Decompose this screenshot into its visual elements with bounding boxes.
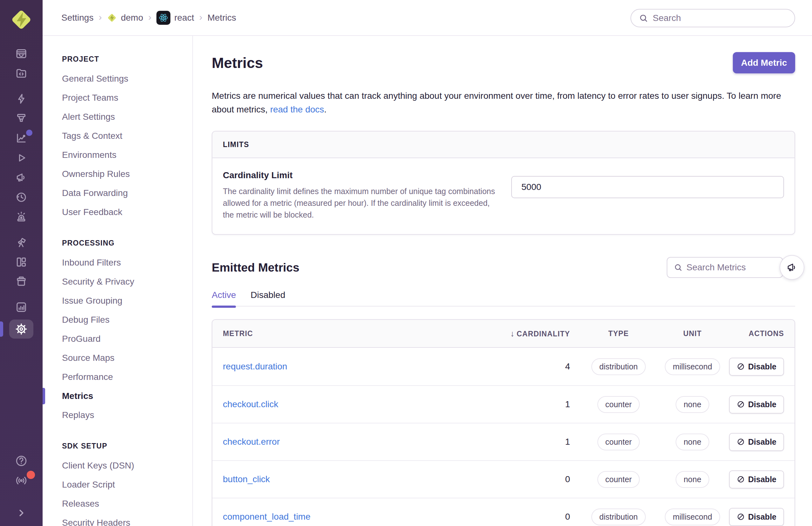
sort-desc-icon: ↓: [510, 329, 515, 338]
sidebar-item-replays[interactable]: [0, 151, 43, 165]
table-row: checkout.click 1 counter none Disable: [212, 385, 795, 423]
breadcrumb-settings[interactable]: Settings: [61, 13, 93, 23]
sidebar-item-feedback[interactable]: [0, 170, 43, 185]
nav-item-security-privacy[interactable]: Security & Privacy: [43, 272, 192, 291]
metric-search-input[interactable]: [686, 262, 776, 272]
breadcrumb-platform[interactable]: react: [156, 11, 194, 25]
broadcast-icon: [15, 474, 28, 487]
unit-badge: none: [676, 471, 709, 488]
sidebar-item-issues[interactable]: [0, 46, 43, 61]
chevron-separator-icon: ›: [199, 12, 202, 22]
metric-name-link[interactable]: request.duration: [223, 361, 287, 371]
nav-item-user-feedback[interactable]: User Feedback: [43, 202, 192, 222]
feedback-button[interactable]: [780, 255, 804, 280]
sidebar-item-funnel[interactable]: [0, 111, 43, 126]
nav-item-environments[interactable]: Environments: [43, 146, 192, 165]
disable-button[interactable]: Disable: [729, 508, 784, 526]
sidebar-item-stats[interactable]: [0, 300, 43, 314]
settings-gear-active-bg: [9, 319, 33, 339]
sidebar-item-discover[interactable]: [0, 131, 43, 146]
sidebar-item-projects[interactable]: [0, 66, 43, 81]
disable-button-label: Disable: [748, 437, 777, 447]
sidebar-item-crons[interactable]: [0, 190, 43, 205]
block-icon: [737, 438, 745, 446]
cardinality-value: 0: [478, 474, 576, 484]
nav-item-general-settings[interactable]: General Settings: [43, 69, 192, 88]
main-content: Metrics Add Metric Metrics are numerical…: [194, 36, 812, 526]
metric-search[interactable]: [667, 257, 783, 278]
notification-dot-red: [27, 471, 35, 479]
nav-item-metrics[interactable]: Metrics: [43, 387, 192, 406]
clock-history-icon: [15, 191, 27, 203]
megaphone-icon: [786, 262, 798, 273]
disable-button-label: Disable: [748, 400, 777, 409]
col-header-cardinality[interactable]: ↓CARDINALITY: [478, 329, 576, 339]
block-icon: [737, 400, 745, 408]
col-header-type: TYPE: [576, 329, 661, 338]
unit-badge: none: [676, 396, 709, 413]
nav-item-replays[interactable]: Replays: [43, 406, 192, 425]
cardinality-limit-input[interactable]: [511, 176, 784, 198]
sidebar-collapse-toggle[interactable]: [0, 506, 43, 520]
block-icon: [737, 513, 745, 521]
nav-item-data-forwarding[interactable]: Data Forwarding: [43, 184, 192, 202]
funnel-icon: [15, 112, 27, 124]
global-search-input[interactable]: [653, 13, 787, 23]
global-search[interactable]: [630, 9, 795, 27]
disable-button[interactable]: Disable: [729, 470, 784, 489]
nav-item-performance[interactable]: Performance: [43, 367, 192, 387]
table-row: request.duration 4 distribution millisec…: [212, 348, 795, 385]
breadcrumb-project[interactable]: demo: [107, 13, 143, 23]
sentry-logo-button[interactable]: [0, 7, 43, 32]
chevron-separator-icon: ›: [99, 12, 102, 22]
nav-item-loader-script[interactable]: Loader Script: [43, 475, 192, 494]
sentry-logo-icon: [9, 7, 33, 32]
read-the-docs-link[interactable]: read the docs: [270, 105, 324, 114]
siren-icon: [15, 211, 27, 223]
react-icon: [156, 11, 170, 25]
sidebar-item-explore[interactable]: [0, 235, 43, 250]
emitted-metrics-table: METRIC ↓CARDINALITY TYPE UNIT ACTIONS re…: [212, 319, 795, 526]
play-icon: [15, 152, 27, 164]
nav-item-metrics-label: Metrics: [62, 391, 93, 401]
nav-item-client-keys[interactable]: Client Keys (DSN): [43, 456, 192, 475]
table-row: button_click 0 counter none Disable: [212, 460, 795, 498]
metric-name-link[interactable]: checkout.click: [223, 399, 278, 409]
disable-button[interactable]: Disable: [729, 358, 784, 376]
nav-item-issue-grouping[interactable]: Issue Grouping: [43, 291, 192, 310]
metric-name-link[interactable]: component_load_time: [223, 512, 310, 522]
disable-button-label: Disable: [748, 475, 777, 484]
sidebar-item-releases[interactable]: [0, 274, 43, 289]
notification-dot: [26, 130, 32, 136]
sidebar-item-dashboards[interactable]: [0, 255, 43, 269]
sidebar-item-whats-new[interactable]: [0, 473, 43, 488]
tab-disabled[interactable]: Disabled: [250, 290, 285, 300]
metric-name-link[interactable]: button_click: [223, 474, 270, 484]
nav-item-inbound-filters[interactable]: Inbound Filters: [43, 253, 192, 272]
metric-name-link[interactable]: checkout.error: [223, 437, 280, 447]
nav-item-alert-settings[interactable]: Alert Settings: [43, 107, 192, 126]
sidebar-item-alerts[interactable]: [0, 210, 43, 224]
chevron-right-icon: [16, 507, 27, 519]
disable-button[interactable]: Disable: [729, 395, 784, 414]
sidebar-item-performance[interactable]: [0, 91, 43, 106]
disable-button[interactable]: Disable: [729, 433, 784, 451]
tab-active[interactable]: Active: [212, 290, 236, 300]
nav-item-releases[interactable]: Releases: [43, 494, 192, 513]
add-metric-button[interactable]: Add Metric: [733, 52, 795, 73]
page-description: Metrics are numerical values that can tr…: [212, 89, 795, 116]
code-folder-icon: [15, 67, 27, 79]
nav-item-security-headers[interactable]: Security Headers: [43, 513, 192, 526]
sidebar-item-help[interactable]: [0, 454, 43, 468]
cardinality-value: 4: [478, 361, 576, 372]
nav-item-proguard[interactable]: ProGuard: [43, 329, 192, 348]
nav-item-source-maps[interactable]: Source Maps: [43, 348, 192, 367]
nav-item-ownership-rules[interactable]: Ownership Rules: [43, 165, 192, 184]
breadcrumb-page: Metrics: [207, 13, 236, 23]
nav-item-debug-files[interactable]: Debug Files: [43, 310, 192, 329]
nav-item-tags-context[interactable]: Tags & Context: [43, 126, 192, 146]
app-sidebar: [0, 0, 43, 526]
nav-item-project-teams[interactable]: Project Teams: [43, 88, 192, 107]
telescope-icon: [15, 236, 27, 249]
sidebar-item-settings[interactable]: [0, 319, 43, 339]
